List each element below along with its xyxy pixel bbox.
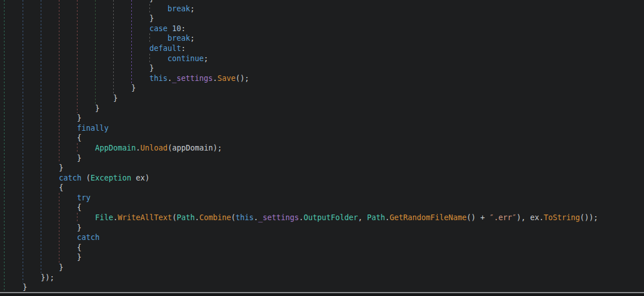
code-token-plain: . — [168, 74, 172, 83]
code-line[interactable]: } — [5, 263, 598, 273]
code-line[interactable]: catch (Exception ex) — [5, 173, 598, 183]
code-token-type: Path — [177, 213, 195, 222]
code-token-keyword: catch — [77, 233, 100, 242]
code-token-plain: , — [358, 213, 367, 222]
code-token-plain: . — [539, 213, 544, 222]
code-token-field: _settings — [172, 74, 213, 83]
code-line[interactable]: } — [5, 0, 598, 4]
code-line[interactable]: try — [5, 193, 598, 203]
code-token-plain: ( — [172, 213, 177, 222]
code-token-plain: }); — [41, 273, 54, 282]
code-token-method: Combine — [199, 213, 231, 222]
code-line[interactable]: { — [5, 133, 598, 143]
code-token-plain: } — [77, 253, 81, 261]
code-line[interactable]: this._settings.Save(); — [5, 74, 598, 84]
code-token-plain: } — [59, 164, 63, 172]
bottom-strip — [0, 293, 644, 296]
code-token-plain: } — [149, 0, 154, 3]
code-token-plain: { — [59, 183, 63, 192]
code-token-keyword: catch — [59, 174, 81, 182]
code-line[interactable]: { — [5, 243, 598, 253]
code-token-method: Unload — [140, 144, 168, 152]
code-token-plain: : — [181, 44, 186, 53]
code-token-plain: ( — [81, 174, 91, 182]
code-token-type: OutputFolder — [303, 213, 358, 222]
code-line[interactable]: } — [5, 223, 598, 233]
code-token-plain: } — [149, 64, 154, 72]
code-token-plain: . — [213, 74, 217, 83]
code-token-plain: ex — [530, 213, 539, 222]
code-line[interactable]: continue; — [5, 54, 598, 64]
code-token-plain: : — [181, 24, 186, 33]
code-token-plain: } — [95, 104, 100, 113]
code-token-plain: } — [149, 14, 154, 23]
code-token-keyword: break — [168, 5, 190, 13]
code-token-plain: ()); — [580, 213, 598, 222]
code-line[interactable]: } — [5, 153, 598, 164]
code-token-keyword: break — [168, 34, 190, 42]
code-token-method: Save — [217, 74, 235, 83]
code-token-plain — [168, 24, 172, 33]
code-line[interactable]: } — [5, 113, 598, 123]
code-line[interactable]: case 10: — [5, 24, 598, 34]
code-token-method: GetRandomFileName — [390, 213, 467, 222]
code-token-type: Path — [367, 213, 385, 222]
code-area: }break;}case 10:break;default:continue;}… — [5, 0, 598, 293]
code-line[interactable]: { — [5, 203, 598, 213]
code-token-plain: . — [385, 213, 390, 222]
code-line[interactable]: } — [5, 63, 598, 74]
code-token-plain: } — [77, 114, 81, 122]
code-line[interactable]: finally — [5, 123, 598, 134]
code-token-plain: } — [131, 84, 136, 92]
code-line[interactable]: } — [5, 83, 598, 93]
code-token-number: 10 — [172, 24, 181, 33]
code-line[interactable]: AppDomain.Unload(appDomain); — [5, 143, 598, 153]
code-token-plain: ; — [190, 34, 195, 42]
code-token-field: _settings — [258, 213, 299, 222]
code-line[interactable]: } — [5, 252, 598, 263]
code-token-plain: } — [113, 94, 118, 102]
code-token-string: ″.err″ — [490, 213, 517, 222]
code-line[interactable]: } — [5, 14, 598, 24]
code-token-plain: { — [77, 243, 81, 252]
code-editor[interactable]: }break;}case 10:break;default:continue;}… — [0, 0, 644, 296]
code-token-plain: } — [23, 283, 27, 291]
code-token-plain: { — [77, 203, 81, 212]
code-line[interactable]: } — [5, 104, 598, 114]
code-token-plain: . — [113, 213, 118, 222]
code-token-plain: { — [77, 134, 81, 142]
code-token-plain: } — [77, 224, 81, 232]
code-line[interactable]: } — [5, 282, 598, 293]
code-token-plain: ex) — [131, 174, 149, 182]
code-line[interactable]: }); — [5, 273, 598, 283]
code-line[interactable]: File.WriteAllText(Path.Combine(this._set… — [5, 213, 598, 223]
code-line[interactable]: default: — [5, 44, 598, 54]
code-token-keyword: this — [235, 213, 254, 222]
code-token-keyword: case — [149, 24, 168, 33]
code-token-type: Exception — [91, 174, 131, 182]
code-line[interactable]: } — [5, 163, 598, 173]
code-line[interactable]: { — [5, 183, 598, 193]
code-token-plain: . — [195, 213, 199, 222]
code-token-keyword: default — [149, 44, 181, 53]
code-token-plain: } — [77, 154, 81, 162]
code-token-plain: () + — [467, 213, 490, 222]
code-token-type: File — [95, 213, 113, 222]
code-token-keyword: this — [149, 74, 168, 83]
code-token-plain: (); — [235, 74, 249, 83]
code-line[interactable]: break; — [5, 4, 598, 14]
code-token-plain: . — [136, 144, 140, 152]
code-token-keyword: finally — [77, 124, 109, 132]
code-token-plain: ; — [204, 54, 208, 63]
code-line[interactable]: break; — [5, 33, 598, 44]
code-token-plain: (appDomain); — [168, 144, 222, 152]
code-token-keyword: continue — [168, 54, 204, 63]
code-token-plain: ), — [517, 213, 530, 222]
code-token-plain: } — [59, 263, 63, 272]
code-token-method: WriteAllText — [118, 213, 172, 222]
code-token-keyword: try — [77, 194, 91, 202]
code-token-method: ToString — [544, 213, 580, 222]
code-line[interactable]: } — [5, 93, 598, 104]
code-line[interactable]: catch — [5, 233, 598, 243]
code-token-plain: ; — [190, 5, 195, 13]
